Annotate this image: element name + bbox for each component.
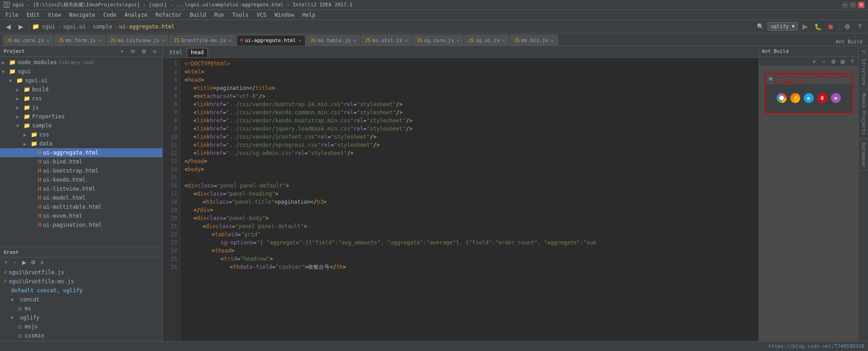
firefox-icon[interactable]: f [790,93,800,103]
sidebar-collapse-btn[interactable]: ≡ [151,47,159,56]
tab-close-icon-6[interactable]: ✕ [353,38,356,43]
menu-analyze[interactable]: Analyze [121,11,151,19]
tree-ui-mvvm[interactable]: H ui-mvvm.html [0,211,162,220]
sidebar-sync-btn[interactable]: ⟳ [129,47,137,56]
grunt-ms[interactable]: ○ ms [0,304,162,313]
menu-navigate[interactable]: Navigate [66,11,99,19]
editor-tab-head[interactable]: head [187,48,208,57]
sidebar-settings-btn[interactable]: ⚙ [140,47,148,56]
tree-sample[interactable]: ▼ 📁 sample [0,121,162,130]
tree-properties[interactable]: ▶ 📁 Properties [0,112,162,121]
tab-close-icon-3[interactable]: ✕ [162,38,165,43]
tab-ms-table-js[interactable]: JS ms.table.js ✕ [307,35,360,46]
tree-ui-aggregate[interactable]: H ui-aggregate.html [0,148,162,157]
grunt-cssmin[interactable]: ○ cssmin [0,331,162,340]
tree-sample-css[interactable]: ▶ 📁 css [0,130,162,139]
ant-build-tab[interactable]: Ant Build [833,38,865,46]
menu-tools[interactable]: Tools [229,11,252,19]
menu-help[interactable]: Help [299,11,319,19]
grunt-title: Grunt [4,249,19,255]
tab-close-icon-8[interactable]: ✕ [457,38,459,43]
tree-node-modules[interactable]: ▶ 📁 node_modules library root [0,58,162,67]
tree-sgui[interactable]: ▼ 📁 sgui [0,67,162,76]
grunt-minus-btn[interactable]: − [11,258,19,267]
search-everywhere-button[interactable]: 🔍 [755,21,766,32]
tab-close-icon-5[interactable]: ✕ [298,38,301,43]
sidebar-add-btn[interactable]: + [118,47,126,56]
tree-ui-multitable[interactable]: H ui-multitable.html [0,202,162,211]
tab-gruntfile-ms-js[interactable]: JS Gruntfile-ms.js ✕ [170,35,235,46]
tab-close-icon-4[interactable]: ✕ [229,38,231,43]
menu-run[interactable]: Run [211,11,228,19]
grunt-concat[interactable]: ▼ concat [0,295,162,304]
menu-file[interactable]: File [2,11,22,19]
tree-css[interactable]: ▶ 📁 css [0,94,162,103]
menu-window[interactable]: Window [271,11,297,19]
grunt-run-btn[interactable]: ▶ [20,258,28,267]
chrome-icon[interactable] [777,93,787,103]
menu-edit[interactable]: Edit [23,11,43,19]
menu-refactor[interactable]: Refactor [152,11,185,19]
editor-tab-html[interactable]: html [165,48,187,57]
grunt-collapse-btn[interactable]: ≡ [38,258,46,267]
grunt-gruntfile-ms-js[interactable]: ⚡ sgui\Gruntfile-ms.js [0,277,162,286]
tab-close-icon-2[interactable]: ✕ [99,38,101,43]
back-button[interactable]: ◀ [3,21,14,32]
tab-close-icon-10[interactable]: ✕ [551,38,554,43]
tree-ui-model[interactable]: H ui-model.html [0,193,162,202]
tab-ui-aggregate-html[interactable]: H ui-aggregate.html ✕ [236,35,306,46]
grunt-msjs[interactable]: ○ msjs [0,322,162,331]
status-url[interactable]: https://blog.csdn.net/T748588330 [769,343,864,349]
maximize-button[interactable]: □ [850,2,856,8]
tree-sample-data[interactable]: ▶ 📁 data [0,139,162,148]
tab-ms-util-js[interactable]: JS ms.util.js ✕ [361,35,411,46]
tab-ms-form-js[interactable]: JS ms.form.js ✕ [54,35,105,46]
tab-close-icon[interactable]: ✕ [47,38,49,43]
tree-ui-pagination[interactable]: H ui-pagination.html [0,220,162,229]
ie-icon[interactable]: e [804,93,814,103]
forward-button[interactable]: ▶ [15,21,26,32]
close-button[interactable]: ✕ [858,2,864,8]
grunt-header[interactable]: Grunt [0,247,162,257]
tree-ui-kendo[interactable]: H ui-kendo.html [0,175,162,184]
tree-ui-listview[interactable]: H ui-listview.html [0,184,162,193]
tab-ms-core-js[interactable]: JS ms.core.js ✕ [3,35,53,46]
vertical-tab-maven[interactable]: Maven Projects [859,89,868,139]
grunt-settings-btn[interactable]: ⚙ [29,258,37,267]
tab-close-icon-7[interactable]: ✕ [405,38,408,43]
vertical-tab-structure[interactable]: 2: Structure [859,46,868,89]
tab-sg-ui-js[interactable]: JS sg.ui.js ✕ [464,35,509,46]
menu-vcs[interactable]: VCS [253,11,270,19]
ant-settings-btn[interactable]: ⚙ [829,58,837,66]
grunt-gruntfile-js[interactable]: ⚡ sgui\Gruntfile.js [0,268,162,277]
menu-build[interactable]: Build [186,11,210,19]
ant-question-btn[interactable]: ? [848,58,856,66]
ant-expand-btn[interactable]: ⊞ [839,58,847,66]
menu-code[interactable]: Code [100,11,120,19]
grunt-uglify[interactable]: ▼ uglify [0,313,162,322]
tree-build[interactable]: ▶ 📁 build [0,85,162,94]
tree-ui-bind[interactable]: H ui-bind.html [0,157,162,166]
help-button[interactable]: ? [854,21,865,32]
edge-icon[interactable]: e [831,93,841,103]
opera-icon[interactable]: O [817,93,827,103]
tab-ms-biz-js[interactable]: JS ms.biz.js ✕ [510,35,558,46]
tree-ui-bootstrap[interactable]: H ui-bootstrap.html [0,166,162,175]
ant-add-btn[interactable]: + [810,58,818,66]
code-content[interactable]: <!DOCTYPE html> <html> <head> <title>pag… [181,58,759,341]
stop-button[interactable]: ⏹ [825,21,836,32]
grunt-default-task[interactable]: default concat, uglify [0,286,162,295]
settings-button[interactable]: ⚙ [842,21,853,32]
tree-sgui-ui[interactable]: ▼ 📁 sgui.ui [0,76,162,85]
grunt-add-btn[interactable]: + [2,258,10,267]
run-button[interactable]: ▶ [800,21,811,32]
menu-view[interactable]: View [44,11,65,19]
debug-button[interactable]: 🐛 [812,21,823,32]
tab-close-icon-9[interactable]: ✕ [502,38,505,43]
minimize-button[interactable]: ─ [842,2,848,8]
tree-js[interactable]: ▶ 📁 js [0,103,162,112]
tab-sg-core-js[interactable]: JS sg.core.js ✕ [413,35,463,46]
tab-ms-listview-js[interactable]: JS ms.listview.js ✕ [106,35,169,46]
ant-remove-btn[interactable]: − [820,58,828,66]
vertical-tab-database[interactable]: Database [859,139,868,171]
